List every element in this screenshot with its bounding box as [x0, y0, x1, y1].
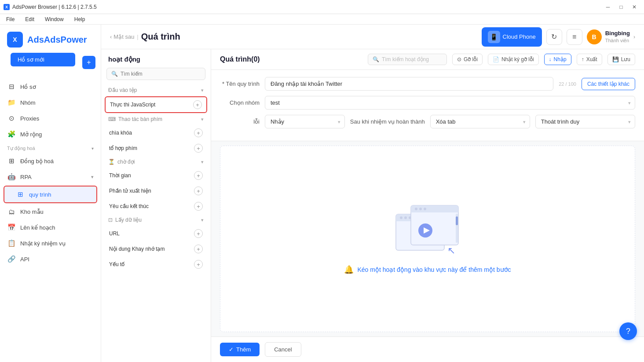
- sidebar-item-nhat-ky[interactable]: 📋 Nhật ký nhiệm vụ: [0, 235, 101, 251]
- svg-point-3: [400, 216, 402, 219]
- add-thoi-gian-button[interactable]: +: [194, 171, 203, 180]
- user-area[interactable]: B Bingbing Thành viên ›: [587, 29, 635, 44]
- section-expand-icon: ▾: [201, 88, 204, 93]
- sidebar-item-profiles[interactable]: ⊟ Hồ sơ: [0, 79, 101, 95]
- data-expand-icon: ▾: [201, 217, 204, 223]
- form-char-count: 22 / 100: [559, 81, 576, 87]
- activity-url[interactable]: URL +: [105, 226, 207, 241]
- form-group-row: Chọn nhóm test ▾: [220, 96, 635, 110]
- cancel-button[interactable]: Cancel: [265, 342, 301, 357]
- activity-thuc-thi-js[interactable]: Thực thi JavaScript +: [105, 96, 207, 113]
- menu-help[interactable]: Help: [72, 15, 88, 23]
- form-exit-select[interactable]: Thoát trình duy: [535, 115, 635, 128]
- add-chia-khoa-button[interactable]: +: [194, 128, 203, 137]
- activity-to-hop-phim[interactable]: tổ hợp phím +: [105, 141, 207, 156]
- sidebar-item-proxies[interactable]: ⊙ Proxies: [0, 110, 101, 126]
- debug-button[interactable]: ⊙ Gỡ lỗi: [452, 54, 483, 65]
- section-lay-du-lieu[interactable]: ⊡ Lấy dữ liệu ▾: [105, 214, 207, 226]
- sidebar-item-quy-trinh[interactable]: ⊞ quy trình: [4, 186, 97, 203]
- new-profile-plus-button[interactable]: +: [82, 56, 95, 69]
- workflow-search-box[interactable]: 🔍 Tìm kiếm hoạt động: [368, 54, 447, 65]
- sidebar-item-label: Nhật ký nhiệm vụ: [20, 240, 66, 247]
- sidebar-item-sync[interactable]: ⊞ Đồng bộ hoá: [0, 153, 101, 169]
- log-button[interactable]: 📄 Nhật ký gỡ lỗi: [488, 54, 539, 65]
- app-layout: X AdsAdsPower Hồ sơ mới + ⊟ Hồ sơ 📁 Nhóm…: [0, 25, 644, 362]
- sidebar-item-api[interactable]: 🔗 API: [0, 251, 101, 267]
- form-complete-select[interactable]: Xóa tab: [430, 115, 530, 128]
- wait-section-icon: ⏳: [108, 159, 115, 165]
- menubar: File Edit Window Help: [0, 14, 644, 25]
- section-dau-vao-tep[interactable]: Đầu vào tệp ▾: [105, 84, 207, 96]
- import-icon: ↓: [549, 56, 552, 62]
- new-profile-row: Hồ sơ mới +: [0, 53, 101, 77]
- add-thuc-thi-js-button[interactable]: +: [193, 100, 202, 109]
- workflow-panel: Quá trình(0) 🔍 Tìm kiếm hoạt động ⊙ Gỡ l…: [211, 49, 644, 362]
- add-yeu-cau-button[interactable]: +: [194, 202, 203, 211]
- activity-yeu-to[interactable]: Yếu tố +: [105, 257, 207, 272]
- wf-search-icon: 🔍: [373, 56, 379, 62]
- activity-thoi-gian[interactable]: Thời gian +: [105, 168, 207, 183]
- new-profile-button[interactable]: Hồ sơ mới: [11, 53, 75, 66]
- list-button[interactable]: ≡: [567, 29, 582, 45]
- form-error-select[interactable]: Nhảy: [265, 115, 345, 128]
- cloud-phone-button[interactable]: 📱 Cloud Phone: [482, 27, 542, 47]
- activity-phan-tu-xuat-hien[interactable]: Phần tử xuất hiện +: [105, 183, 207, 198]
- keyboard-expand-icon: ▾: [201, 117, 204, 122]
- breadcrumb-separator: |: [137, 33, 138, 40]
- form-group-select[interactable]: test: [265, 96, 635, 110]
- minimize-button[interactable]: ─: [602, 2, 614, 12]
- section-cho-doi[interactable]: ⏳ chờ đợi ▾: [105, 156, 207, 168]
- export-icon: ↑: [582, 56, 584, 62]
- titlebar-title: AdsPower Browser | 6.12.6 | 2.7.5.5: [12, 4, 97, 10]
- form-group-label: Chọn nhóm: [220, 99, 260, 106]
- check-icon: ✓: [229, 346, 234, 353]
- close-button[interactable]: ✕: [628, 2, 640, 12]
- rpa-icon: 🤖: [7, 173, 16, 181]
- cloud-phone-icon: 📱: [488, 31, 500, 43]
- topbar: ‹ Mặt sau | Quá trình 📱 Cloud Phone ↻ ≡: [101, 25, 644, 49]
- workflow-title: Quá trình(0): [220, 55, 260, 63]
- activity-yeu-cau-ket-thuc[interactable]: Yêu cầu kết thúc +: [105, 199, 207, 214]
- sidebar-item-kho-mau[interactable]: 🗂 Kho mẫu: [0, 204, 101, 219]
- add-to-hop-phim-button[interactable]: +: [194, 144, 203, 153]
- form-name-input[interactable]: [265, 77, 553, 91]
- sidebar-item-rpa[interactable]: 🤖 RPA ▾: [0, 169, 101, 185]
- titlebar-controls: ─ □ ✕: [602, 2, 640, 12]
- support-bubble[interactable]: ?: [619, 322, 637, 340]
- activities-panel: hoạt động 🔍 Đầu vào tệp ▾: [101, 49, 211, 362]
- svg-text:↖: ↖: [447, 245, 455, 256]
- automation-section: Tự động hoá ▾: [0, 142, 101, 153]
- sidebar-item-label: Nhóm: [20, 99, 36, 106]
- add-yeu-to-button[interactable]: +: [194, 260, 203, 269]
- titlebar-logo: X: [4, 4, 10, 10]
- activities-search-box[interactable]: 🔍: [106, 68, 205, 80]
- sidebar-item-extensions[interactable]: 🧩 Mở rộng: [0, 126, 101, 142]
- sidebar-header: X AdsAdsPower: [0, 25, 101, 53]
- quy-trinh-icon: ⊞: [16, 190, 25, 198]
- menu-edit[interactable]: Edit: [22, 15, 37, 23]
- activity-chia-khoa[interactable]: chìa khóa +: [105, 125, 207, 140]
- add-phan-tu-button[interactable]: +: [194, 186, 203, 195]
- activity-noi-dung-khay[interactable]: Nội dung Khay nhớ tạm +: [105, 241, 207, 256]
- log-icon: 📄: [493, 56, 499, 62]
- import-button[interactable]: ↓ Nhập: [544, 54, 571, 65]
- add-khay-button[interactable]: +: [194, 245, 203, 253]
- add-button[interactable]: ✓ Thêm: [220, 343, 260, 356]
- back-button[interactable]: ‹ Mặt sau: [110, 33, 134, 40]
- groups-icon: 📁: [7, 99, 16, 106]
- add-url-button[interactable]: +: [194, 229, 203, 238]
- export-button[interactable]: ↑ Xuất: [577, 54, 602, 65]
- app-logo-icon: X: [7, 32, 23, 48]
- other-settings-button[interactable]: Các thiết lập khác: [582, 78, 635, 90]
- illustration: ↖: [392, 203, 463, 256]
- menu-window[interactable]: Window: [42, 15, 66, 23]
- menu-file[interactable]: File: [4, 15, 17, 23]
- sidebar-item-groups[interactable]: 📁 Nhóm: [0, 95, 101, 110]
- section-keyboard[interactable]: ⌨ Thao tác bàn phím ▾: [105, 113, 207, 125]
- sidebar-item-ke-hoach[interactable]: 📅 Lên kế hoạch: [0, 219, 101, 235]
- refresh-button[interactable]: ↻: [546, 29, 562, 45]
- activities-search-input[interactable]: [121, 71, 201, 77]
- app-logo-text: AdsAdsPower: [27, 35, 87, 45]
- save-button[interactable]: 💾 Lưu: [607, 54, 635, 65]
- maximize-button[interactable]: □: [615, 2, 627, 12]
